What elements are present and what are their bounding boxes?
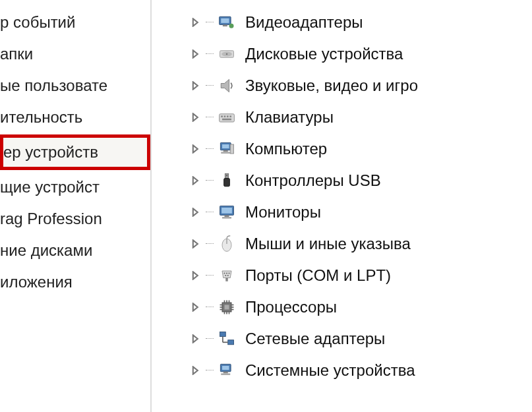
tree-connector: [206, 22, 214, 23]
mouse-icon: [216, 233, 237, 254]
svg-rect-20: [226, 175, 227, 176]
tree-item-mice[interactable]: Мыши и иные указыва: [191, 228, 532, 260]
system-device-icon: [216, 360, 237, 381]
nav-item[interactable]: rag Profession: [0, 203, 150, 235]
svg-rect-22: [222, 208, 232, 214]
tree-label: Контроллеры USB: [245, 171, 381, 190]
nav-item[interactable]: иложения: [0, 266, 150, 298]
expand-icon[interactable]: [191, 176, 200, 185]
svg-rect-19: [224, 179, 230, 187]
expand-icon[interactable]: [191, 303, 200, 312]
tree-label: Видеоадаптеры: [245, 13, 363, 32]
usb-icon: [216, 170, 237, 191]
tree-label: Звуковые, видео и игро: [245, 76, 418, 95]
tree-item-usb[interactable]: Контроллеры USB: [191, 165, 532, 196]
nav-label: ер устройств: [3, 143, 98, 161]
monitor-icon: [216, 202, 237, 223]
tree-connector: [206, 117, 214, 118]
tree-label: Системные устройства: [245, 361, 415, 380]
svg-point-29: [228, 272, 229, 274]
left-nav-pane: р событий апки ые пользовате ительность …: [0, 0, 152, 412]
device-tree-pane: Видеоадаптеры Дисковые устройства Звуков…: [152, 0, 532, 412]
expand-icon[interactable]: [191, 18, 200, 27]
svg-rect-8: [221, 115, 223, 117]
svg-point-28: [226, 272, 227, 274]
tree-item-system-devices[interactable]: Системные устройства: [191, 355, 532, 386]
expand-icon[interactable]: [191, 208, 200, 217]
svg-rect-32: [225, 278, 228, 281]
svg-rect-16: [221, 152, 230, 154]
tree-item-network[interactable]: Сетевые адаптеры: [191, 323, 532, 355]
tree-label: Процессоры: [245, 298, 337, 316]
svg-rect-11: [229, 115, 231, 117]
svg-point-6: [226, 53, 228, 55]
nav-label: р событий: [0, 13, 75, 31]
nav-label: иложения: [0, 273, 73, 291]
svg-rect-17: [230, 144, 233, 154]
svg-point-31: [227, 275, 229, 276]
nav-item[interactable]: щие устройст: [0, 171, 150, 203]
svg-rect-14: [222, 144, 229, 148]
tree-item-display-adapters[interactable]: Видеоадаптеры: [191, 7, 532, 38]
tree-connector: [206, 148, 214, 150]
tree-connector: [206, 307, 214, 308]
svg-rect-54: [221, 373, 230, 375]
svg-rect-7: [220, 114, 235, 122]
nav-item[interactable]: апки: [0, 38, 150, 70]
tree-item-sound[interactable]: Звуковые, видео и игро: [191, 70, 532, 102]
tree-connector: [206, 180, 214, 181]
expand-icon[interactable]: [191, 81, 200, 90]
expand-icon[interactable]: [191, 239, 200, 249]
tree-connector: [206, 53, 214, 55]
nav-item[interactable]: р событий: [0, 7, 150, 38]
svg-rect-52: [222, 366, 229, 370]
expand-icon[interactable]: [191, 334, 200, 343]
expand-icon[interactable]: [191, 271, 200, 280]
nav-label: ние дисками: [0, 241, 92, 259]
expand-icon[interactable]: [191, 144, 200, 154]
svg-rect-2: [223, 25, 227, 27]
nav-item[interactable]: ые пользовате: [0, 70, 150, 102]
expand-icon[interactable]: [191, 49, 200, 59]
tree-item-ports[interactable]: Порты (COM и LPT): [191, 260, 532, 291]
svg-point-27: [223, 272, 225, 274]
svg-rect-48: [228, 340, 234, 345]
tree-item-computer[interactable]: Компьютер: [191, 133, 532, 165]
nav-label: щие устройст: [0, 178, 100, 196]
expand-icon[interactable]: [191, 366, 200, 375]
nav-item[interactable]: ительность: [0, 102, 150, 133]
svg-point-3: [229, 24, 234, 28]
port-icon: [216, 265, 237, 286]
sound-icon: [216, 75, 237, 96]
processor-icon: [216, 297, 237, 318]
nav-item-device-manager[interactable]: ер устройств: [0, 134, 150, 170]
nav-label: апки: [0, 45, 33, 63]
tree-item-keyboards[interactable]: Клавиатуры: [191, 102, 532, 133]
disk-drive-icon: [216, 44, 237, 65]
tree-item-monitors[interactable]: Мониторы: [191, 196, 532, 228]
tree-connector: [206, 370, 214, 371]
svg-rect-15: [223, 150, 228, 152]
tree-label: Порты (COM и LPT): [245, 266, 391, 285]
svg-rect-23: [225, 215, 229, 217]
window-content: р событий апки ые пользовате ительность …: [0, 0, 532, 412]
svg-rect-47: [220, 332, 226, 337]
tree-item-processors[interactable]: Процессоры: [191, 291, 532, 323]
tree-label: Мониторы: [245, 203, 321, 221]
tree-item-disk-drives[interactable]: Дисковые устройства: [191, 38, 532, 70]
tree-connector: [206, 243, 214, 245]
nav-item[interactable]: ние дисками: [0, 235, 150, 266]
tree-label: Мыши и иные указыва: [245, 235, 411, 253]
computer-icon: [216, 138, 237, 160]
svg-rect-34: [225, 305, 229, 310]
svg-rect-12: [222, 119, 231, 121]
tree-connector: [206, 212, 214, 213]
tree-label: Клавиатуры: [245, 108, 334, 127]
svg-rect-53: [223, 372, 228, 374]
tree-connector: [206, 275, 214, 276]
svg-rect-10: [227, 115, 229, 117]
expand-icon[interactable]: [191, 113, 200, 122]
display-adapter-icon: [216, 12, 237, 33]
nav-label: rag Profession: [0, 210, 102, 227]
tree-label: Дисковые устройства: [245, 45, 403, 63]
